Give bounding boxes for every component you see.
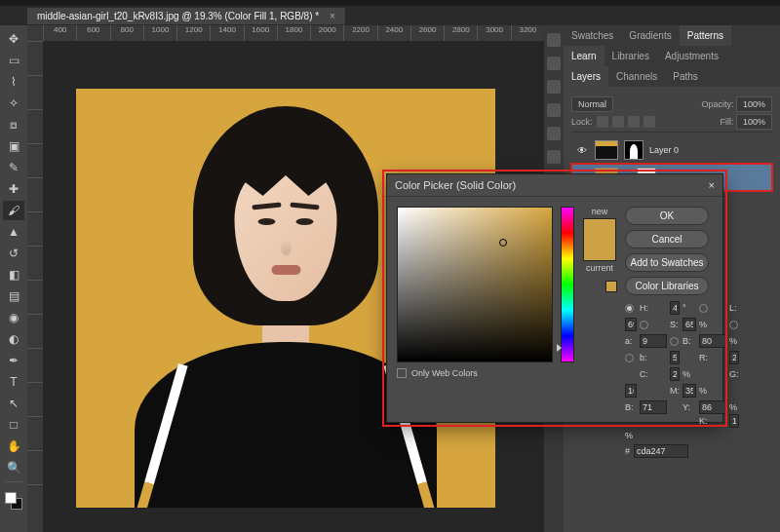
tab-swatches[interactable]: Swatches xyxy=(564,25,621,46)
dodge-tool[interactable]: ◐ xyxy=(3,329,24,349)
document-tab[interactable]: middle-asian-girl_t20_kRv8I3.jpg @ 19.3%… xyxy=(27,8,345,24)
color-picker-dialog: Color Picker (Solid Color) × new current… xyxy=(386,173,723,423)
tools-panel: ✥ ▭ ⌇ ✧ ⧈ ▣ ✎ ✚ 🖌 ▲ ↺ ◧ ▤ ◉ ◐ ✒ T ↖ □ ✋ … xyxy=(0,25,27,532)
lock-brush-icon[interactable] xyxy=(612,116,624,128)
only-web-colors-checkbox[interactable] xyxy=(397,368,407,378)
hand-tool[interactable]: ✋ xyxy=(3,437,24,456)
a-input[interactable] xyxy=(640,334,667,348)
bv-radio[interactable] xyxy=(670,337,679,346)
blend-mode-select[interactable]: Normal xyxy=(571,96,613,112)
visibility-icon[interactable]: 👁 xyxy=(577,145,589,156)
tab-patterns[interactable]: Patterns xyxy=(680,25,731,46)
bv-input[interactable] xyxy=(699,334,726,348)
opacity-field[interactable]: 100% xyxy=(736,96,772,112)
s-input[interactable] xyxy=(682,318,696,331)
layer-name[interactable]: Layer 0 xyxy=(649,145,679,155)
mask-thumbnail[interactable] xyxy=(624,140,644,160)
k-input[interactable] xyxy=(729,414,739,428)
hue-slider[interactable] xyxy=(561,207,574,362)
tab-gradients[interactable]: Gradients xyxy=(621,25,679,46)
ok-button[interactable]: OK xyxy=(625,207,709,225)
eraser-tool[interactable]: ◧ xyxy=(3,265,24,285)
marquee-tool[interactable]: ▭ xyxy=(3,51,24,70)
h-input[interactable] xyxy=(670,301,680,315)
y-input[interactable] xyxy=(699,400,726,414)
pen-tool[interactable]: ✒ xyxy=(3,351,24,370)
shape-tool[interactable]: □ xyxy=(3,415,24,435)
tab-adjustments[interactable]: Adjustments xyxy=(657,46,726,66)
frame-tool[interactable]: ▣ xyxy=(3,136,24,156)
move-tool[interactable]: ✥ xyxy=(3,29,24,49)
eyedropper-tool[interactable]: ✎ xyxy=(3,158,24,177)
tab-libraries[interactable]: Libraries xyxy=(604,46,657,66)
c-input[interactable] xyxy=(670,367,680,381)
tab-paths[interactable]: Paths xyxy=(665,66,706,87)
lock-all-icon[interactable] xyxy=(644,116,655,128)
document-tab-bar: middle-asian-girl_t20_kRv8I3.jpg @ 19.3%… xyxy=(0,6,780,25)
color-ring-icon xyxy=(499,239,507,247)
crop-tool[interactable]: ⧈ xyxy=(3,115,24,134)
dock-icon[interactable] xyxy=(547,150,561,164)
g-input[interactable] xyxy=(625,384,637,398)
close-tab-icon[interactable]: × xyxy=(330,11,335,21)
document-tab-title: middle-asian-girl_t20_kRv8I3.jpg @ 19.3%… xyxy=(37,11,319,21)
color-libraries-button[interactable]: Color Libraries xyxy=(625,277,709,295)
websafe-swatch-icon[interactable] xyxy=(605,281,617,292)
blur-tool[interactable]: ◉ xyxy=(3,308,24,327)
history-brush-tool[interactable]: ↺ xyxy=(3,244,24,263)
add-to-swatches-button[interactable]: Add to Swatches xyxy=(625,253,709,272)
layer-thumbnail[interactable] xyxy=(595,140,618,160)
close-icon[interactable]: × xyxy=(709,179,715,191)
dock-icon[interactable] xyxy=(547,33,561,47)
ruler-horizontal: 4006008001000120014001600180020002200240… xyxy=(43,25,544,41)
gradient-tool[interactable]: ▤ xyxy=(3,286,24,306)
cancel-button[interactable]: Cancel xyxy=(625,230,709,248)
heal-tool[interactable]: ✚ xyxy=(3,179,24,199)
layer-row[interactable]: 👁 Layer 0 xyxy=(571,136,772,164)
stamp-tool[interactable]: ▲ xyxy=(3,222,24,242)
dialog-title: Color Picker (Solid Color) xyxy=(395,179,516,191)
tab-channels[interactable]: Channels xyxy=(608,66,665,87)
color-field[interactable] xyxy=(397,207,553,362)
path-tool[interactable]: ↖ xyxy=(3,394,24,413)
l-input[interactable] xyxy=(625,318,637,331)
bc-input[interactable] xyxy=(640,400,667,414)
h-radio[interactable] xyxy=(625,304,634,313)
dock-icon[interactable] xyxy=(547,57,561,70)
new-current-swatch[interactable] xyxy=(583,218,616,261)
dock-icon[interactable] xyxy=(547,103,561,117)
type-tool[interactable]: T xyxy=(3,372,24,392)
b-input[interactable] xyxy=(670,351,680,364)
tab-layers[interactable]: Layers xyxy=(564,66,608,87)
fg-bg-swatch[interactable] xyxy=(3,490,24,512)
wand-tool[interactable]: ✧ xyxy=(3,94,24,113)
hue-arrow-icon xyxy=(557,344,562,352)
lasso-tool[interactable]: ⌇ xyxy=(3,72,24,92)
brush-tool[interactable]: 🖌 xyxy=(3,201,24,220)
l-radio[interactable] xyxy=(699,304,708,313)
dock-icon[interactable] xyxy=(547,127,561,140)
m-input[interactable] xyxy=(682,384,696,398)
fill-field[interactable]: 100% xyxy=(736,114,772,130)
hex-input[interactable] xyxy=(634,444,688,458)
lock-position-icon[interactable] xyxy=(628,116,640,128)
dock-icon[interactable] xyxy=(547,80,561,94)
r-input[interactable] xyxy=(729,351,739,364)
a-radio[interactable] xyxy=(729,321,738,329)
b-radio[interactable] xyxy=(625,354,634,362)
tab-learn[interactable]: Learn xyxy=(564,46,604,66)
ruler-vertical xyxy=(27,41,43,532)
s-radio[interactable] xyxy=(640,321,648,329)
lock-transparency-icon[interactable] xyxy=(597,116,608,128)
zoom-tool[interactable]: 🔍 xyxy=(3,458,24,477)
